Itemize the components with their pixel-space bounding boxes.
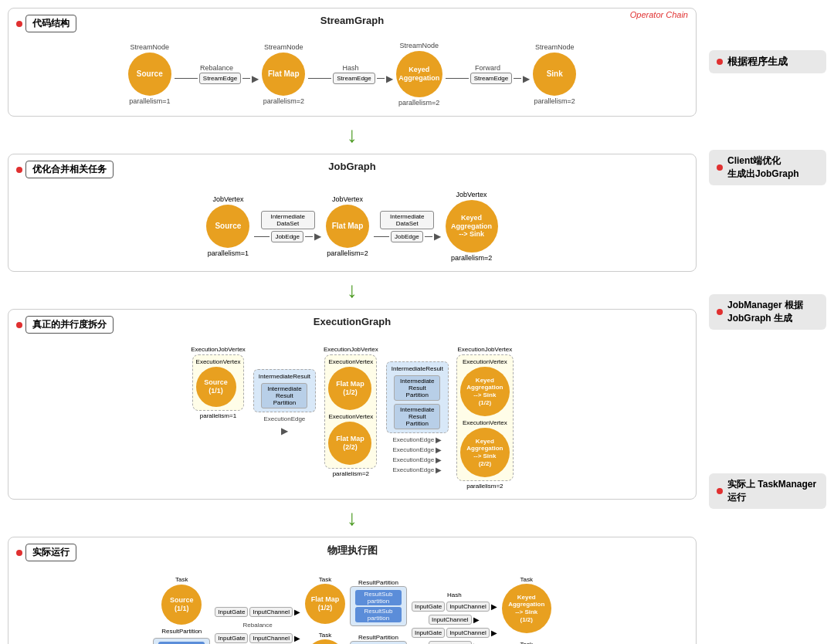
jg-flatmap-group: JobVertex Flat Map parallelism=2: [326, 195, 369, 257]
sg-flatmap-node: Flat Map: [262, 53, 305, 96]
eg-ir2: IntermediateResult IntermediateResultPar…: [386, 361, 449, 433]
streamgraph-panel: StreamGraph 代码结构 Operator Chain StreamNo…: [8, 8, 697, 117]
pe-ka-col: Task KeyedAggregation--> Sink(1/2) Task …: [502, 576, 551, 644]
physical-badge: 实际运行: [25, 544, 76, 561]
op-chain-label: Operator Chain: [630, 10, 688, 19]
streamgraph-title: StreamGraph: [16, 15, 688, 26]
rl-streamgraph: 根据程序生成: [703, 15, 826, 108]
rl-jg-dot: [717, 164, 723, 171]
pe-hash-col: Hash InputGate InputChannel ▶ InputChann…: [412, 591, 497, 644]
pe-rebalance-col: InputGate InputChannel ▶ Rebalance Input…: [215, 607, 300, 643]
streamgraph-badge: 代码结构: [25, 15, 76, 32]
sg-edge2: Hash StreamEdge ▶: [308, 64, 392, 84]
rl-pe-text: 实际上 TaskManager运行: [727, 478, 816, 504]
physical-panel: 物理执行图 实际运行 Task Source(1/1) ResultPartit…: [8, 537, 697, 644]
executiongraph-panel: ExecutionGraph 真正的并行度拆分 ExecutionJobVert…: [8, 309, 697, 500]
pe-source-node: Source(1/1): [161, 585, 202, 625]
rl-sg-dot: [717, 59, 723, 65]
rl-sg-text: 根据程序生成: [727, 55, 788, 69]
sg-source-group: StreamNode Source parallelism=1: [128, 43, 171, 105]
right-labels: 根据程序生成 Client端优化生成出JobGraph JobManager 根…: [703, 8, 826, 644]
sg-keyedagg-node: KeyedAggregation: [396, 51, 442, 97]
pe-ka1-node: KeyedAggregation--> Sink(1/2): [502, 584, 551, 633]
eg-ka1-node: KeyedAggregation--> Sink(1/2): [460, 367, 510, 416]
sg-source-bottom: parallelism=1: [129, 97, 170, 105]
jg-keyedsink-node: KeyedAggregation--> Sink: [446, 200, 498, 253]
eg-keyed-group: ExecutionJobVertex ExecutionVertex Keyed…: [456, 346, 514, 490]
pe-fm1-node: Flat Map(1/2): [305, 584, 345, 624]
jobgraph-title: JobGraph: [16, 161, 688, 172]
arrow-jg-to-eg: ↓: [8, 280, 697, 301]
rl-physical: 实际上 TaskManager运行: [703, 414, 826, 568]
executiongraph-badge: 真正的并行度拆分: [25, 316, 114, 334]
pe-source-group: Task Source(1/1) ResultPartition ResultS…: [153, 576, 210, 644]
eg-fm2-node: Flat Map(2/2): [328, 422, 371, 465]
eg-ir2-group: IntermediateResult IntermediateResultPar…: [386, 361, 449, 474]
sg-source-top: StreamNode: [131, 43, 170, 51]
sg-sink-node: Sink: [533, 53, 576, 96]
rl-pe-dot: [717, 488, 723, 494]
eg-fm1-node: Flat Map(1/2): [328, 367, 371, 410]
pe-fm2-node: Flat Map(2/2): [305, 639, 345, 644]
streamgraph-badge-dot: [16, 21, 22, 27]
pe-fm-rp-col: ResultPartition ResultSubpartition Resul…: [350, 579, 407, 644]
rl-jg-text: Client端优化生成出JobGraph: [727, 154, 799, 181]
rl-eg-dot: [717, 309, 723, 315]
executiongraph-title: ExecutionGraph: [16, 316, 688, 327]
jobgraph-badge: 优化合并相关任务: [25, 161, 114, 178]
sg-sink-group: StreamNode Sink parallelism=2: [533, 43, 576, 105]
jg-edge2: IntermediateDataSet JobEdge ▶: [374, 211, 441, 242]
sg-source-node: Source: [128, 53, 171, 96]
jg-flatmap-node: Flat Map: [326, 205, 369, 248]
rl-eg-text: JobManager 根据JobGraph 生成: [727, 299, 803, 325]
eg-ir1: IntermediateResult IntermediateResultPar…: [253, 369, 316, 412]
sg-edge1: Rebalance StreamEdge ▶: [175, 64, 259, 84]
sg-keyedagg-group: StreamNode KeyedAggregation parallelism=…: [396, 42, 442, 107]
rl-executiongraph: JobManager 根据JobGraph 生成: [703, 227, 826, 397]
rl-jobgraph: Client端优化生成出JobGraph: [703, 125, 826, 210]
arrow-sg-to-jg: ↓: [8, 124, 697, 146]
jg-source-group: JobVertex Source parallelism=1: [206, 195, 249, 257]
physical-badge-dot: [16, 550, 22, 556]
executiongraph-badge-dot: [16, 322, 22, 328]
eg-flatmap-group: ExecutionJobVertex ExecutionVertex Flat …: [324, 346, 378, 477]
pe-source-rp: ResultSubpartition ResultSubpartition: [153, 638, 210, 644]
eg-ir1-group: IntermediateResult IntermediateResultPar…: [253, 369, 316, 436]
jobgraph-panel: JobGraph 优化合并相关任务 JobVertex Source paral…: [8, 154, 697, 272]
jg-edge1: IntermediateDataSet JobEdge ▶: [254, 211, 321, 242]
jg-keyedsink-group: JobVertex KeyedAggregation--> Sink paral…: [446, 191, 498, 262]
eg-ka2-node: KeyedAggregation--> Sink(2/2): [460, 428, 510, 477]
eg-source-group: ExecutionJobVertex ExecutionVertex Sourc…: [191, 346, 246, 419]
eg-source-node: Source(1/1): [196, 367, 236, 407]
pe-flatmap-col: Task Flat Map(1/2) Task Flat Map(2/2): [305, 576, 345, 644]
sg-flatmap-group: StreamNode Flat Map parallelism=2: [262, 43, 305, 105]
sg-edge3: Forward StreamEdge ▶: [446, 64, 530, 84]
jg-source-node: Source: [206, 205, 249, 248]
jobgraph-badge-dot: [16, 167, 22, 173]
arrow-eg-to-pe: ↓: [8, 507, 697, 529]
physical-title: 物理执行图: [16, 544, 688, 558]
